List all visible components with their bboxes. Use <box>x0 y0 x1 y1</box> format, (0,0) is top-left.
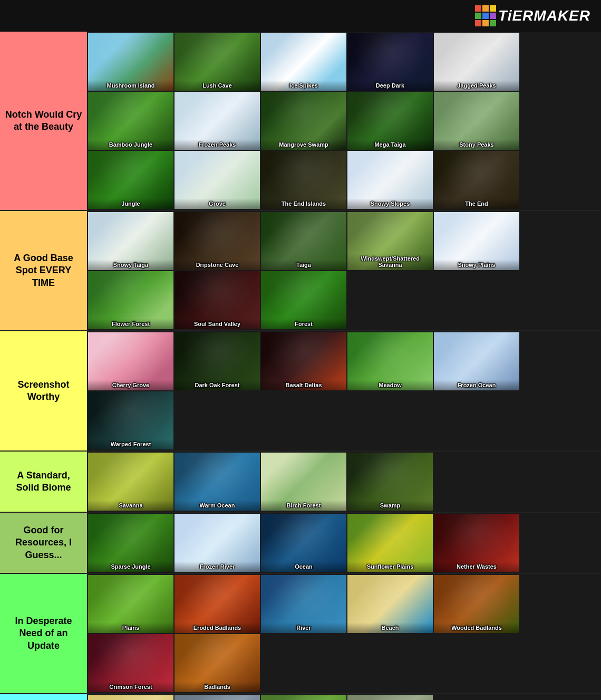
biome-card[interactable]: Warped Forest <box>88 391 173 449</box>
tier-items-standard: SavannaWarm OceanBirch ForestSwamp <box>87 452 601 512</box>
biome-label: Frozen Ocean <box>434 380 519 390</box>
biome-card[interactable]: Snowy Plains <box>434 212 519 270</box>
biome-card[interactable]: Cherry Grove <box>88 332 173 390</box>
biome-card[interactable]: Warm Ocean <box>175 453 260 511</box>
biome-label: Birch Forest <box>261 500 346 511</box>
biome-card[interactable]: Desert <box>88 695 173 700</box>
biome-label: Beach <box>347 622 433 633</box>
biome-card[interactable]: Badlands <box>175 634 260 692</box>
biome-label: Crimson Forest <box>88 682 173 692</box>
biome-card[interactable]: Nether Wastes <box>434 514 519 572</box>
tier-row-standard: A Standard, Solid BiomeSavannaWarm Ocean… <box>0 452 601 513</box>
tier-items-desperate: PlainsEroded BadlandsRiverBeachWooded Ba… <box>87 574 601 693</box>
biome-card[interactable]: Beach <box>347 575 433 633</box>
logo-grid <box>475 5 496 26</box>
biome-card[interactable]: Ocean <box>261 514 346 572</box>
biome-label: Stony Peaks <box>434 139 519 150</box>
biome-label: Cherry Grove <box>88 380 173 390</box>
biome-label: Ocean <box>261 561 346 572</box>
tier-label-creeper: Creeper Holes Are More Appealing <box>0 694 87 700</box>
biome-card[interactable]: Snowy Slopes <box>347 151 433 209</box>
biome-card[interactable]: Taiga <box>261 212 346 270</box>
biome-label: Ice Spikes <box>261 80 346 91</box>
biome-card[interactable]: Mega Taiga <box>347 92 433 150</box>
biome-card[interactable]: Bamboo Jungle <box>88 92 173 150</box>
biome-label: Eroded Badlands <box>175 622 260 633</box>
tier-items-screenshot: Cherry GroveDark Oak ForestBasalt Deltas… <box>87 331 601 450</box>
biome-label: Plains <box>88 622 173 633</box>
biome-card[interactable]: Wooded Badlands <box>434 575 519 633</box>
biome-card[interactable]: Frozen Ocean <box>434 332 519 390</box>
tiermaker-logo: TiERMAKER <box>475 5 590 26</box>
biome-card[interactable]: Meadow <box>347 332 433 390</box>
tier-label-screenshot: Screenshot Worthy <box>0 331 87 450</box>
biome-card[interactable]: Jagged Peaks <box>434 33 519 91</box>
tier-table: Notch Would Cry at the BeautyMushroom Is… <box>0 32 601 700</box>
biome-card[interactable]: Windswept/Extreme Hill <box>261 695 346 700</box>
tier-row-screenshot: Screenshot WorthyCherry GroveDark Oak Fo… <box>0 331 601 452</box>
tier-items-good-base: Snowy TaigaDripstone CaveTaigaWindswept/… <box>87 211 601 330</box>
biome-card[interactable]: Ice Spikes <box>261 33 346 91</box>
biome-card[interactable]: Snowy Taiga <box>88 212 173 270</box>
biome-card[interactable]: Mangrove Swamp <box>261 92 346 150</box>
header: TiERMAKER <box>0 0 601 32</box>
biome-card[interactable]: The End <box>434 151 519 209</box>
biome-label: Windswept/Shattered Savanna <box>347 253 433 270</box>
biome-card[interactable]: Eroded Badlands <box>175 575 260 633</box>
tier-items-creeper: DesertStony ShoreWindswept/Extreme HillG… <box>87 694 601 700</box>
tier-label-resources: Good for Resources, I Guess... <box>0 513 87 573</box>
biome-label: Lush Cave <box>175 80 260 91</box>
biome-label: Dark Oak Forest <box>175 380 260 390</box>
biome-card[interactable]: The End Islands <box>261 151 346 209</box>
biome-card[interactable]: Soul Sand Valley <box>175 271 260 329</box>
biome-card[interactable]: Deep Dark <box>347 33 433 91</box>
biome-card[interactable]: Stony Shore <box>175 695 260 700</box>
biome-card[interactable]: Gravelly Hills <box>347 695 433 700</box>
biome-card[interactable]: Crimson Forest <box>88 634 173 692</box>
biome-card[interactable]: Grove <box>175 151 260 209</box>
biome-card[interactable]: Sparse Jungle <box>88 514 173 572</box>
biome-label: Warped Forest <box>88 439 173 449</box>
biome-card[interactable]: Stony Peaks <box>434 92 519 150</box>
tier-row-creeper: Creeper Holes Are More AppealingDesertSt… <box>0 694 601 700</box>
biome-card[interactable]: Frozen Peaks <box>175 92 260 150</box>
biome-label: Wooded Badlands <box>434 622 519 633</box>
biome-card[interactable]: River <box>261 575 346 633</box>
biome-card[interactable]: Frozen River <box>175 514 260 572</box>
tier-row-good-base: A Good Base Spot EVERY TIMESnowy TaigaDr… <box>0 211 601 331</box>
biome-label: Meadow <box>347 380 433 390</box>
biome-label: Dripstone Cave <box>175 260 260 270</box>
biome-card[interactable]: Flower Forest <box>88 271 173 329</box>
biome-card[interactable]: Dripstone Cave <box>175 212 260 270</box>
biome-card[interactable]: Basalt Deltas <box>261 332 346 390</box>
tier-items-resources: Sparse JungleFrozen RiverOceanSunflower … <box>87 513 601 573</box>
biome-label: Nether Wastes <box>434 561 519 572</box>
biome-label: River <box>261 622 346 633</box>
biome-label: The End <box>434 198 519 209</box>
biome-label: Swamp <box>347 500 433 511</box>
biome-label: Warm Ocean <box>175 500 260 511</box>
biome-card[interactable]: Plains <box>88 575 173 633</box>
biome-label: Deep Dark <box>347 80 433 91</box>
biome-card[interactable]: Sunflower Plains <box>347 514 433 572</box>
biome-card[interactable]: Dark Oak Forest <box>175 332 260 390</box>
biome-label: Forest <box>261 319 346 329</box>
biome-card[interactable]: Jungle <box>88 151 173 209</box>
biome-label: Jungle <box>88 198 173 209</box>
tier-label-good-base: A Good Base Spot EVERY TIME <box>0 211 87 330</box>
biome-card[interactable]: Birch Forest <box>261 453 346 511</box>
biome-label: Frozen River <box>175 561 260 572</box>
biome-label: Badlands <box>175 682 260 692</box>
biome-card[interactable]: Mushroom Island <box>88 33 173 91</box>
biome-card[interactable]: Lush Cave <box>175 33 260 91</box>
biome-card[interactable]: Savanna <box>88 453 173 511</box>
biome-card[interactable]: Forest <box>261 271 346 329</box>
tier-label-notch: Notch Would Cry at the Beauty <box>0 32 87 210</box>
biome-label: Grove <box>175 198 260 209</box>
biome-label: The End Islands <box>261 198 346 209</box>
biome-card[interactable]: Windswept/Shattered Savanna <box>347 212 433 270</box>
biome-label: Sparse Jungle <box>88 561 173 572</box>
biome-card[interactable]: Swamp <box>347 453 433 511</box>
tier-label-desperate: In Desperate Need of an Update <box>0 574 87 693</box>
biome-label: Bamboo Jungle <box>88 139 173 150</box>
